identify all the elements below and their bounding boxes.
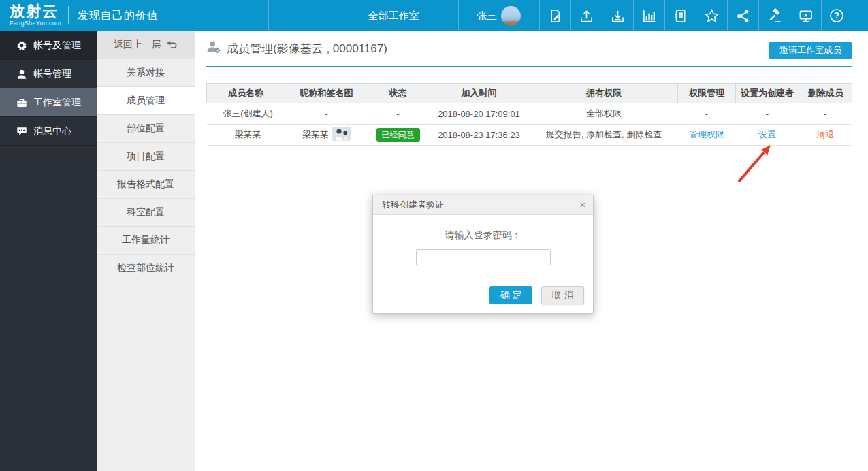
- user-icon: [16, 69, 27, 80]
- transfer-creator-dialog: 转移创建者验证 × 请输入登录密码： 确 定 取 消: [372, 195, 594, 314]
- col-nickname-signature: 昵称和签名图: [285, 84, 368, 103]
- back-up-level-button[interactable]: 返回上一层: [97, 31, 195, 59]
- favorites-button[interactable]: [696, 0, 727, 31]
- avatar: [501, 6, 521, 26]
- col-remove-member: 删除成员: [799, 84, 852, 103]
- gear-icon: [16, 40, 27, 51]
- submenu-item-project-config[interactable]: 项目配置: [97, 143, 195, 171]
- sidebar-item-message-center[interactable]: 消息中心: [0, 117, 97, 146]
- submenu-item-department-config[interactable]: 科室配置: [97, 199, 195, 227]
- download-button[interactable]: [602, 0, 633, 31]
- col-set-creator: 设置为创建者: [736, 84, 799, 103]
- cell-join-time: 2018-08-20 17:09:01: [428, 103, 530, 125]
- cell-nickname: 梁某某: [285, 125, 368, 146]
- cell-join-time: 2018-08-23 17:36:23: [428, 125, 530, 146]
- password-input[interactable]: [416, 249, 551, 265]
- manage-permission-link[interactable]: 管理权限: [689, 129, 724, 140]
- message-icon: [16, 126, 27, 137]
- invite-member-button[interactable]: 邀请工作室成员: [769, 42, 852, 59]
- svg-text:?: ?: [834, 11, 839, 20]
- primary-sidebar: 帐号及管理 帐号管理 工作室管理 消息中心: [0, 31, 97, 471]
- remote-viewing-button[interactable]: [790, 0, 821, 31]
- cell-permission-manage: -: [678, 103, 736, 125]
- page-title-block: 成员管理(影像基云 , 00001167): [206, 40, 387, 57]
- reports-button[interactable]: [664, 0, 696, 31]
- submenu-item-label: 报告格式配置: [117, 178, 174, 191]
- top-bar: 放射云 FangSheYun.com 发现自己的价值 全部工作室 张三: [0, 0, 868, 31]
- star-icon: [704, 8, 720, 24]
- signature-image: [332, 127, 351, 143]
- member-manage-icon: [206, 40, 221, 57]
- cell-permission-manage: 管理权限: [678, 125, 736, 146]
- brand-slogan: 发现自己的价值: [78, 7, 159, 23]
- sidebar-item-account-and-manage[interactable]: 帐号及管理: [0, 31, 97, 60]
- remove-member-link[interactable]: 清退: [817, 129, 835, 140]
- cancel-button[interactable]: 取 消: [541, 286, 584, 304]
- compose-icon: [547, 8, 563, 24]
- help-button[interactable]: ?: [821, 0, 852, 31]
- cell-remove: 清退: [799, 125, 852, 146]
- download-icon: [610, 8, 626, 24]
- username: 张三: [477, 10, 497, 22]
- nickname-text: 梁某某: [302, 129, 329, 141]
- page-title: 成员管理(影像基云 , 00001167): [227, 41, 387, 56]
- back-label: 返回上一层: [114, 39, 161, 51]
- submenu-item-exam-part-stats[interactable]: 检查部位统计: [97, 255, 195, 282]
- auction-button[interactable]: [758, 0, 790, 31]
- sidebar-item-label: 工作室管理: [33, 97, 81, 109]
- confirm-button[interactable]: 确 定: [489, 286, 532, 304]
- secondary-sidebar: 返回上一层 关系对接 成员管理 部位配置 项目配置 报告格式配置 科室配置 工作…: [97, 31, 195, 471]
- compose-button[interactable]: [539, 0, 570, 31]
- submenu-item-relation-link[interactable]: 关系对接: [97, 59, 195, 87]
- briefcase-icon: [16, 97, 27, 108]
- return-arrow-icon: [166, 39, 178, 51]
- cell-set-creator: -: [736, 103, 799, 125]
- close-icon[interactable]: ×: [579, 195, 585, 214]
- submenu-item-member-manage[interactable]: 成员管理: [97, 87, 195, 115]
- password-prompt-label: 请输入登录密码：: [373, 229, 593, 242]
- submenu-item-label: 关系对接: [127, 67, 165, 79]
- dialog-titlebar: 转移创建者验证 ×: [373, 195, 593, 215]
- topbar-separator: [268, 0, 269, 31]
- submenu-item-label: 部位配置: [127, 123, 165, 135]
- col-permission-manage: 权限管理: [678, 84, 736, 103]
- cell-nickname: -: [285, 103, 368, 125]
- sidebar-item-label: 消息中心: [33, 125, 71, 137]
- user-menu[interactable]: 张三: [458, 0, 539, 31]
- report-icon: [673, 8, 688, 24]
- brand[interactable]: 放射云 FangSheYun.com 发现自己的价值: [10, 3, 159, 27]
- upload-button[interactable]: [570, 0, 602, 31]
- monitor-icon: [798, 8, 814, 24]
- title-underline: [206, 66, 852, 67]
- submenu-item-workload-stats[interactable]: 工作量统计: [97, 227, 195, 255]
- cell-remove: -: [799, 103, 852, 125]
- upload-icon: [579, 8, 594, 24]
- cell-status: -: [368, 103, 428, 125]
- cell-set-creator: 设置: [736, 125, 799, 146]
- cell-permissions: 提交报告, 添加检查, 删除检查: [530, 125, 678, 146]
- table-header-row: 成员名称 昵称和签名图 状态 加入时间 拥有权限 权限管理 设置为创建者 删除成…: [207, 84, 852, 103]
- statistics-button[interactable]: [633, 0, 664, 31]
- submenu-item-report-format-config[interactable]: 报告格式配置: [97, 171, 195, 199]
- submenu-item-label: 工作量统计: [122, 234, 170, 246]
- cell-permissions: 全部权限: [530, 103, 678, 125]
- members-table: 成员名称 昵称和签名图 状态 加入时间 拥有权限 权限管理 设置为创建者 删除成…: [206, 83, 852, 146]
- submenu-item-body-part-config[interactable]: 部位配置: [97, 115, 195, 143]
- bar-chart-icon: [641, 8, 657, 24]
- sidebar-item-account-manage[interactable]: 帐号管理: [0, 60, 97, 88]
- logo-domain: FangSheYun.com: [10, 20, 61, 27]
- sidebar-item-label: 帐号管理: [33, 68, 71, 80]
- cell-status: 已经同意: [368, 125, 428, 146]
- submenu-item-label: 成员管理: [127, 95, 165, 107]
- col-member-name: 成员名称: [207, 84, 285, 103]
- col-status: 状态: [368, 84, 428, 103]
- cell-member-name: 梁某某: [207, 125, 285, 146]
- share-button[interactable]: [727, 0, 758, 31]
- table-row: 梁某某 梁某某 已经同意 2018-08-23 17:36:23 提交报告, 添…: [207, 125, 852, 146]
- logo-text: 放射云: [10, 3, 61, 20]
- all-workspaces-button[interactable]: 全部工作室: [329, 0, 458, 31]
- set-creator-link[interactable]: 设置: [758, 129, 776, 140]
- sidebar-item-workspace-manage[interactable]: 工作室管理: [0, 88, 97, 117]
- brand-divider: [68, 6, 69, 24]
- share-icon: [735, 8, 751, 24]
